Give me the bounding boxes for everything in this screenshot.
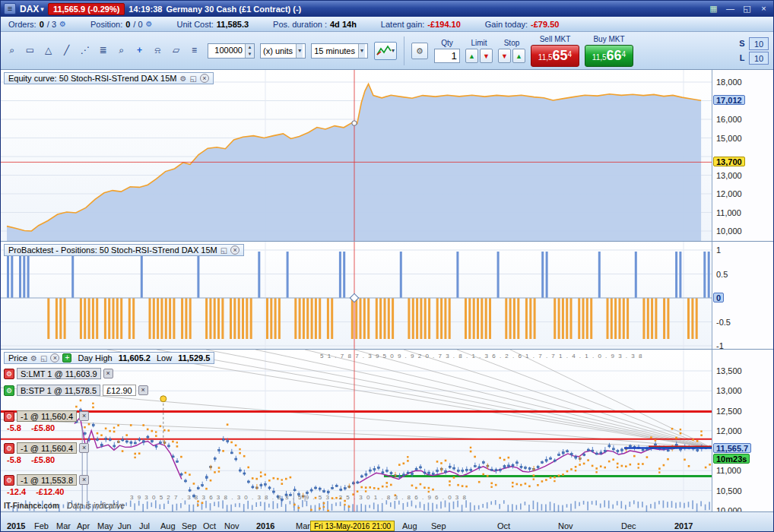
crosshair-pointer-icon[interactable]: + bbox=[132, 43, 148, 59]
position-value: 0 bbox=[125, 20, 130, 29]
candle-countdown-tag: 10m23s bbox=[713, 454, 750, 464]
close-position-icon[interactable]: × bbox=[79, 411, 89, 421]
platform-watermark: IT-Finance.com Data is indicative bbox=[4, 502, 125, 510]
pnl-currency: -£5.80 bbox=[31, 423, 55, 432]
window-icon[interactable]: ◱ bbox=[40, 354, 47, 363]
fan-lines-tool-icon[interactable]: ⋰ bbox=[77, 43, 93, 59]
spin-down-icon[interactable]: ▼ bbox=[246, 51, 254, 58]
close-icon[interactable]: × bbox=[757, 3, 770, 14]
add-indicator-icon[interactable]: + bbox=[62, 353, 71, 363]
indicator-list-icon[interactable]: ≡ bbox=[186, 43, 202, 59]
zigzag-chart-icon bbox=[376, 45, 392, 57]
buy-stop-order-label[interactable]: B:STP 1 @ 11,578.5 bbox=[17, 385, 100, 396]
duration-label: Pos. duration : bbox=[273, 20, 327, 29]
axis-label: 15,000 bbox=[716, 134, 742, 143]
sell-mkt-button[interactable]: 11,5 65 4 bbox=[531, 45, 579, 67]
window-icon[interactable]: ◱ bbox=[189, 74, 196, 83]
panel-close-icon[interactable]: × bbox=[200, 74, 209, 83]
chart-style-button[interactable]: ▾ bbox=[374, 42, 397, 60]
equity-chart-canvas[interactable] bbox=[1, 70, 713, 241]
trendline-tool-icon[interactable]: ╱ bbox=[59, 43, 75, 59]
workspace-grid-icon[interactable]: ▦ bbox=[707, 3, 720, 14]
wrench-icon[interactable]: ⚙ bbox=[30, 354, 37, 363]
minimize-icon[interactable]: — bbox=[724, 3, 737, 14]
orders-label: Orders: bbox=[8, 20, 36, 29]
price-panel-title: Price bbox=[8, 353, 27, 363]
cancel-order-icon[interactable]: × bbox=[138, 385, 148, 395]
latent-gain-label: Latent gain: bbox=[381, 20, 425, 29]
panel-close-icon[interactable]: × bbox=[230, 245, 239, 255]
position-gear-icon[interactable]: ⚙ bbox=[4, 411, 14, 422]
position-duration: Pos. duration : 4d 14h bbox=[273, 20, 357, 29]
pattern-tool-icon[interactable]: △ bbox=[40, 43, 56, 59]
equity-current-tag: 17,012 bbox=[713, 95, 745, 105]
limit-buy-icon[interactable]: ▲ bbox=[465, 49, 478, 63]
order-settings-icon[interactable]: ⚙ bbox=[411, 43, 428, 59]
open-position-label[interactable]: -1 @ 11,560.4 bbox=[17, 410, 77, 422]
window-icon[interactable]: ◱ bbox=[220, 246, 227, 255]
time-axis[interactable]: 2015FebMarAprMayJunJulAugSepOctNov2016Ma… bbox=[1, 511, 773, 532]
account-infobar: Orders: 0 / 3 ⚙ Position: 0 / 0 ⚙ Unit C… bbox=[1, 17, 773, 32]
limit-distance-input[interactable]: 10 bbox=[749, 52, 769, 65]
units-select[interactable]: (x) units ▾ bbox=[260, 43, 306, 59]
eraser-icon[interactable]: ▱ bbox=[168, 43, 184, 59]
cancel-order-icon[interactable]: × bbox=[103, 369, 113, 378]
close-position-icon[interactable]: × bbox=[79, 443, 89, 453]
order-row: ⚙ B:STP 1 @ 11,578.5 £12.90 × bbox=[4, 385, 148, 396]
axis-label: 1 bbox=[716, 245, 721, 255]
alert-bell-icon[interactable]: ⍾ bbox=[150, 43, 166, 59]
limit-sell-icon[interactable]: ▼ bbox=[480, 49, 493, 63]
contract-description: Germany 30 Cash (£1 Contract) (-) bbox=[166, 5, 301, 14]
stop-buy-icon[interactable]: ▲ bbox=[512, 49, 525, 63]
buy-mkt-button[interactable]: 11,5 66 4 bbox=[585, 45, 633, 67]
positions-bars bbox=[7, 252, 710, 339]
open-position-label[interactable]: -1 @ 11,553.8 bbox=[17, 474, 77, 486]
spin-up-icon[interactable]: ▲ bbox=[246, 44, 254, 51]
quantity-spinner[interactable]: 100000 ▲ ▼ bbox=[208, 43, 255, 59]
order-gear-icon[interactable]: ⚙ bbox=[4, 369, 14, 379]
quantity-value[interactable]: 100000 bbox=[208, 44, 245, 58]
magnifier-icon[interactable]: ⌕ bbox=[113, 43, 129, 59]
grid-tool-icon[interactable]: ≣ bbox=[95, 43, 111, 59]
axis-label: 12,000 bbox=[716, 189, 742, 198]
order-gear-icon[interactable]: ⚙ bbox=[4, 385, 14, 396]
equity-price-axis[interactable]: 18,00016,00015,00013,00012,00011,00010,0… bbox=[712, 70, 773, 241]
qty-input[interactable] bbox=[434, 49, 460, 63]
close-position-icon[interactable]: × bbox=[79, 475, 89, 485]
instrument-name[interactable]: DAX bbox=[20, 4, 39, 14]
axis-label: 18,000 bbox=[716, 78, 742, 87]
axis-label: 12,000 bbox=[716, 426, 742, 435]
open-position-label[interactable]: -1 @ 11,560.4 bbox=[17, 442, 77, 454]
quantity-spin-arrows[interactable]: ▲ ▼ bbox=[245, 44, 254, 58]
axis-label: 11,000 bbox=[716, 466, 741, 475]
pnl-currency: -£5.80 bbox=[31, 455, 55, 464]
price-axis[interactable]: 13,50013,00012,50012,00011,00010,50010,0… bbox=[712, 350, 773, 511]
orders-settings-icon[interactable]: ⚙ bbox=[59, 20, 66, 28]
position-gear-icon[interactable]: ⚙ bbox=[4, 443, 14, 454]
positions-axis[interactable]: 10.5-0.5-10 bbox=[712, 242, 773, 349]
stop-distance-input[interactable]: 10 bbox=[749, 37, 769, 50]
axis-label: 11,000 bbox=[716, 208, 741, 217]
stop-label: Stop bbox=[504, 39, 520, 49]
sell-limit-order-label[interactable]: S:LMT 1 @ 11,603.9 bbox=[17, 368, 101, 379]
position-gear-icon[interactable]: ⚙ bbox=[4, 475, 14, 486]
chevron-down-icon: ▾ bbox=[358, 44, 365, 58]
price-panel-header: Price ⚙ ◱ × + Day High 11,605.2 Low 11,5… bbox=[4, 352, 214, 364]
zoom-box-icon[interactable]: ▭ bbox=[22, 43, 38, 59]
maximize-icon[interactable]: ◱ bbox=[741, 3, 753, 14]
instrument-dropdown-icon[interactable]: ▾ bbox=[40, 5, 44, 13]
stop-sell-icon[interactable]: ▼ bbox=[498, 49, 511, 63]
chart-toolbar: ⌕ ▭ △ ╱ ⋰ ≣ ⌕ + ⍾ ▱ ≡ 100000 ▲ ▼ (x) uni… bbox=[1, 32, 773, 70]
wrench-icon[interactable]: ⚙ bbox=[180, 74, 187, 83]
position-label: Position: bbox=[90, 20, 122, 29]
buy-price-main: 66 bbox=[607, 49, 622, 62]
day-low-label: Low bbox=[157, 353, 172, 363]
positions-panel-header: ProBacktest - Positions: 50 Stoch-RSI-ST… bbox=[4, 244, 244, 256]
zoom-tool-icon[interactable]: ⌕ bbox=[4, 43, 20, 59]
timeline-month: Nov bbox=[224, 521, 239, 530]
position-settings-icon[interactable]: ⚙ bbox=[146, 20, 153, 28]
timeframe-select[interactable]: 15 minutes ▾ bbox=[311, 43, 368, 59]
positions-chart-canvas[interactable] bbox=[1, 242, 713, 350]
panel-close-icon[interactable]: × bbox=[50, 353, 59, 363]
menu-icon[interactable]: ≡ bbox=[4, 3, 16, 14]
